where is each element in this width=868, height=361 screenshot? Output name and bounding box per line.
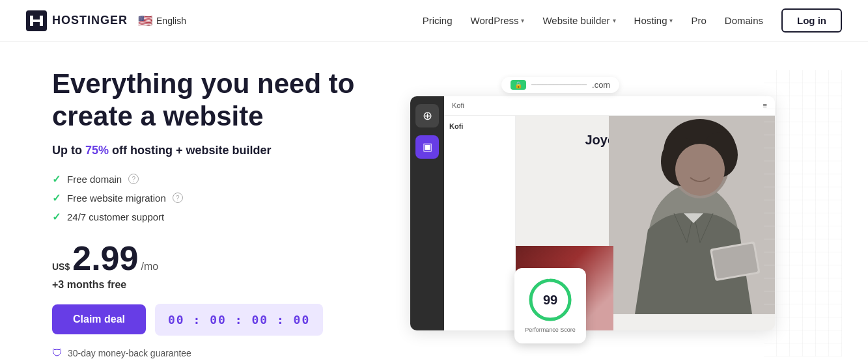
feature-domain-text: Free domain <box>67 174 122 185</box>
lang-label: English <box>156 16 186 26</box>
tooltip-icon[interactable]: ? <box>128 174 139 184</box>
header-left: HOSTINGER 🇺🇸 English <box>26 10 186 31</box>
feature-support: ✓ 24/7 customer support <box>52 211 365 223</box>
domain-lock-badge: 🔒 <box>511 80 526 90</box>
builder-panel: ⊕ ▣ Kofi ≡ Kofi Joyce Be <box>410 96 775 330</box>
subtitle-prefix: Up to <box>52 144 85 157</box>
person-silhouette-svg <box>609 116 775 314</box>
feature-support-text: 24/7 customer support <box>67 211 164 222</box>
check-icon: ✓ <box>52 192 61 204</box>
hamburger-icon: ≡ <box>763 101 767 109</box>
nav-website-builder[interactable]: Website builder ▾ <box>542 15 615 26</box>
price-bonus: +3 months free <box>52 279 365 291</box>
score-number: 99 <box>543 293 557 308</box>
builder-page-area: Kofi Joyce Beale, Art photograph <box>444 116 775 330</box>
subtitle-highlight: 75% <box>85 144 109 157</box>
countdown-timer: 00 : 00 : 00 : 00 <box>155 304 323 336</box>
chevron-down-icon: ▾ <box>521 17 524 24</box>
svg-point-7 <box>675 144 725 196</box>
guarantee-text: 🛡 30-day money-back guarantee <box>52 347 365 359</box>
feature-migration: ✓ Free website migration ? <box>52 192 365 204</box>
site-name-topbar: Kofi <box>452 101 464 109</box>
domain-input: ────────── <box>531 80 587 89</box>
wp-icon[interactable]: ⊕ <box>415 104 439 127</box>
price-period: /mo <box>141 261 158 273</box>
hero-subtitle: Up to 75% off hosting + website builder <box>52 144 365 157</box>
cta-row: Claim deal 00 : 00 : 00 : 00 <box>52 304 365 336</box>
builder-icon[interactable]: ▣ <box>415 135 439 159</box>
grid-decoration-v <box>764 70 842 356</box>
builder-topbar: Kofi ≡ <box>444 96 775 116</box>
hero-section: Everything you need to create a website … <box>0 42 868 361</box>
performance-score-card: 99 Performance Score <box>514 268 586 343</box>
check-icon: ✓ <box>52 173 61 185</box>
check-icon: ✓ <box>52 211 61 223</box>
price-amount: 2.99 <box>72 241 138 275</box>
feature-migration-text: Free website migration <box>67 193 166 204</box>
nav-hosting[interactable]: Hosting ▾ <box>634 15 673 26</box>
domain-tld: .com <box>592 80 610 90</box>
nav-domains[interactable]: Domains <box>725 15 763 26</box>
builder-content: Kofi ≡ Kofi Joyce Beale, Art photograph <box>444 96 775 330</box>
login-button[interactable]: Log in <box>781 8 842 33</box>
feature-domain: ✓ Free domain ? <box>52 173 365 185</box>
score-label: Performance Score <box>524 327 577 334</box>
site-name-nav: Kofi <box>449 122 510 130</box>
language-selector[interactable]: 🇺🇸 English <box>138 14 186 28</box>
shield-icon: 🛡 <box>52 347 63 359</box>
domain-bar: 🔒 ────────── .com <box>501 77 619 93</box>
nav-wordpress[interactable]: WordPress ▾ <box>471 15 525 26</box>
chevron-down-icon: ▾ <box>613 17 616 24</box>
builder-sidebar: ⊕ ▣ <box>410 96 444 330</box>
claim-deal-button[interactable]: Claim deal <box>52 304 146 334</box>
nav-pricing[interactable]: Pricing <box>423 15 453 26</box>
tooltip-icon[interactable]: ? <box>173 193 183 203</box>
flag-icon: 🇺🇸 <box>138 14 152 28</box>
logo-text: HOSTINGER <box>52 14 128 27</box>
left-nav-panel: Kofi <box>444 116 516 330</box>
hero-content: Everything you need to create a website … <box>52 68 365 359</box>
logo[interactable]: HOSTINGER <box>26 10 128 31</box>
subtitle-suffix: off hosting + website builder <box>109 144 272 157</box>
price-currency: US$ <box>52 261 70 272</box>
chevron-down-icon: ▾ <box>669 17 673 24</box>
main-nav: Pricing WordPress ▾ Website builder ▾ Ho… <box>423 8 842 33</box>
features-list: ✓ Free domain ? ✓ Free website migration… <box>52 173 365 223</box>
hero-title: Everything you need to create a website <box>52 68 365 133</box>
score-circle-container: 99 <box>527 277 573 323</box>
person-photo-area <box>609 116 775 314</box>
header: HOSTINGER 🇺🇸 English Pricing WordPress ▾… <box>0 0 868 42</box>
grid-decoration-h <box>764 70 842 356</box>
pricing-row: US$ 2.99 /mo <box>52 241 365 275</box>
hero-illustration: 🔒 ────────── .com ⊕ ▣ Kofi ≡ <box>391 70 842 356</box>
hostinger-logo-icon <box>26 10 47 31</box>
nav-pro[interactable]: Pro <box>691 15 706 26</box>
guarantee-label: 30-day money-back guarantee <box>68 348 191 358</box>
